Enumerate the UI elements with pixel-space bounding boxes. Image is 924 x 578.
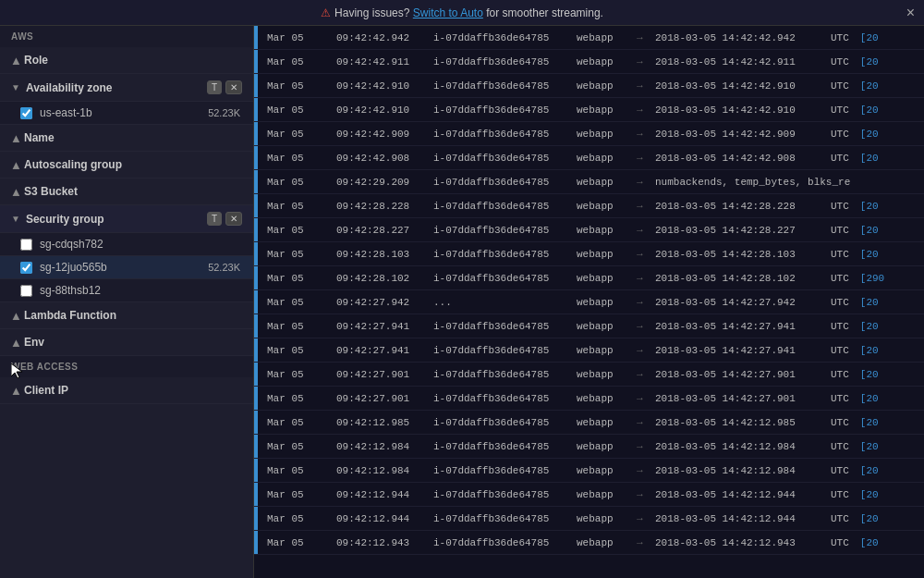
log-type: webapp (571, 150, 631, 166)
table-row[interactable]: Mar 05 09:42:27.941 i-07ddaffb36de64785 … (254, 314, 924, 338)
log-tz: UTC (825, 366, 855, 383)
log-arrow: → (631, 366, 650, 383)
log-date: Mar 05 (261, 150, 331, 166)
sidebar-item-availability-zone[interactable]: ▼ Availability zone T ✕ (0, 74, 253, 102)
list-item[interactable]: sg-88thsb12 (0, 279, 253, 302)
list-item[interactable]: us-east-1b 52.23K (0, 102, 253, 125)
log-type: webapp (571, 438, 631, 455)
table-row[interactable]: Mar 05 09:42:28.102 i-07ddaffb36de64785 … (254, 266, 924, 290)
sg-cdqsh782-checkbox[interactable] (20, 239, 32, 251)
log-time: 09:42:42.910 (331, 102, 428, 118)
table-row[interactable]: Mar 05 09:42:27.941 i-07ddaffb36de64785 … (254, 338, 924, 363)
log-tz: UTC (825, 318, 855, 335)
top-banner: ⚠ Having issues? Switch to Auto for smoo… (0, 0, 924, 26)
log-instance: i-07ddaffb36de64785 (428, 535, 571, 551)
table-row[interactable]: Mar 05 09:42:12.943 i-07ddaffb36de64785 … (254, 531, 924, 555)
log-type: webapp (571, 174, 631, 191)
log-arrow: → (631, 294, 650, 311)
table-row[interactable]: Mar 05 09:42:42.910 i-07ddaffb36de64785 … (254, 98, 924, 122)
log-date: Mar 05 (261, 486, 331, 503)
sg-12juo565b-label: sg-12juo565b (40, 261, 208, 274)
table-row[interactable]: Mar 05 09:42:42.911 i-07ddaffb36de64785 … (254, 50, 924, 74)
table-row[interactable]: Mar 05 09:42:28.227 i-07ddaffb36de64785 … (254, 218, 924, 242)
sidebar-item-s3bucket[interactable]: ▶ S3 Bucket (0, 178, 253, 205)
sidebar-item-client-ip[interactable]: ▶ Client IP (0, 377, 253, 404)
table-row[interactable]: Mar 05 09:42:42.909 i-07ddaffb36de64785 … (254, 122, 924, 146)
sg-subitems: sg-cdqsh782 sg-12juo565b 52.23K sg-88ths… (0, 233, 253, 302)
sidebar: AWS ▶ Role ▼ Availability zone T ✕ us-ea… (0, 26, 254, 578)
chevron-icon: ▼ (11, 214, 20, 224)
log-tz: UTC (825, 390, 855, 407)
log-extra: [20 (855, 102, 884, 118)
log-date: Mar 05 (261, 510, 331, 527)
banner-text-after: for smoother streaming. (486, 6, 603, 19)
chevron-icon: ▶ (10, 312, 20, 319)
az-us-east-1b-label: us-east-1b (40, 106, 208, 119)
log-instance: i-07ddaffb36de64785 (428, 342, 571, 359)
sg-88thsb12-label: sg-88thsb12 (40, 284, 240, 297)
az-filter-text-btn[interactable]: T (207, 80, 222, 94)
log-date: Mar 05 (261, 414, 331, 431)
log-timestamp: 2018-03-05 14:42:42.911 (650, 54, 825, 70)
log-extra: [20 (855, 390, 884, 407)
log-tz: UTC (825, 102, 855, 118)
table-row[interactable]: Mar 05 09:42:29.209 i-07ddaffb36de64785 … (254, 170, 924, 194)
table-row[interactable]: Mar 05 09:42:42.910 i-07ddaffb36de64785 … (254, 74, 924, 98)
table-row[interactable]: Mar 05 09:42:42.908 i-07ddaffb36de64785 … (254, 146, 924, 170)
chevron-icon: ▼ (11, 82, 20, 92)
sidebar-item-env[interactable]: ▶ Env (0, 329, 253, 356)
log-table[interactable]: Mar 05 09:42:42.942 i-07ddaffb36de64785 … (254, 26, 924, 578)
list-item[interactable]: sg-cdqsh782 (0, 233, 253, 256)
log-tz: UTC (825, 198, 855, 215)
log-time: 09:42:28.227 (331, 222, 428, 239)
log-arrow: → (631, 510, 650, 527)
switch-to-auto-link[interactable]: Switch to Auto (413, 6, 483, 19)
log-instance: i-07ddaffb36de64785 (428, 78, 571, 94)
log-indicator (254, 26, 258, 49)
sidebar-item-security-group[interactable]: ▼ Security group T ✕ (0, 205, 253, 233)
log-timestamp: 2018-03-05 14:42:42.942 (650, 30, 825, 46)
log-time: 09:42:42.908 (331, 150, 428, 166)
sidebar-item-autoscaling[interactable]: ▶ Autoscaling group (0, 152, 253, 178)
sg-filter-clear-btn[interactable]: ✕ (225, 212, 242, 226)
sg-filter-text-btn[interactable]: T (207, 212, 222, 226)
chevron-icon: ▶ (10, 188, 20, 195)
log-instance: i-07ddaffb36de64785 (428, 366, 571, 383)
table-row[interactable]: Mar 05 09:42:27.942 ... webapp → 2018-03… (254, 290, 924, 314)
log-instance: i-07ddaffb36de64785 (428, 270, 571, 287)
table-row[interactable]: Mar 05 09:42:28.103 i-07ddaffb36de64785 … (254, 242, 924, 266)
close-banner-button[interactable]: × (906, 5, 915, 21)
sg-88thsb12-checkbox[interactable] (20, 285, 32, 297)
sidebar-label-az: Availability zone (26, 81, 203, 94)
table-row[interactable]: Mar 05 09:42:12.944 i-07ddaffb36de64785 … (254, 507, 924, 531)
banner-text-before: Having issues? (334, 6, 409, 19)
sidebar-item-role[interactable]: ▶ Role (0, 47, 253, 74)
log-type: webapp (571, 78, 631, 94)
table-row[interactable]: Mar 05 09:42:12.984 i-07ddaffb36de64785 … (254, 435, 924, 459)
log-instance: i-07ddaffb36de64785 (428, 486, 571, 503)
log-timestamp: 2018-03-05 14:42:12.984 (650, 438, 825, 455)
table-row[interactable]: Mar 05 09:42:12.985 i-07ddaffb36de64785 … (254, 411, 924, 435)
log-indicator (254, 122, 258, 145)
log-date: Mar 05 (261, 78, 331, 94)
table-row[interactable]: Mar 05 09:42:27.901 i-07ddaffb36de64785 … (254, 387, 924, 411)
table-row[interactable]: Mar 05 09:42:12.944 i-07ddaffb36de64785 … (254, 483, 924, 507)
log-type: webapp (571, 270, 631, 287)
log-arrow: → (631, 318, 650, 335)
table-row[interactable]: Mar 05 09:42:27.901 i-07ddaffb36de64785 … (254, 363, 924, 387)
az-us-east-1b-checkbox[interactable] (20, 107, 32, 119)
az-filter-clear-btn[interactable]: ✕ (225, 80, 242, 94)
table-row[interactable]: Mar 05 09:42:28.228 i-07ddaffb36de64785 … (254, 194, 924, 218)
table-row[interactable]: Mar 05 09:42:12.984 i-07ddaffb36de64785 … (254, 459, 924, 483)
log-timestamp: 2018-03-05 14:42:42.910 (650, 102, 825, 118)
sidebar-item-lambda[interactable]: ▶ Lambda Function (0, 302, 253, 329)
log-tz: UTC (825, 294, 855, 311)
sg-12juo565b-checkbox[interactable] (20, 262, 32, 274)
log-timestamp: 2018-03-05 14:42:28.227 (650, 222, 825, 239)
table-row[interactable]: Mar 05 09:42:42.942 i-07ddaffb36de64785 … (254, 26, 924, 50)
log-instance: i-07ddaffb36de64785 (428, 318, 571, 335)
log-timestamp: 2018-03-05 14:42:27.941 (650, 342, 825, 359)
log-indicator (254, 98, 258, 121)
sidebar-item-name[interactable]: ▶ Name (0, 125, 253, 152)
list-item[interactable]: sg-12juo565b 52.23K (0, 256, 253, 279)
